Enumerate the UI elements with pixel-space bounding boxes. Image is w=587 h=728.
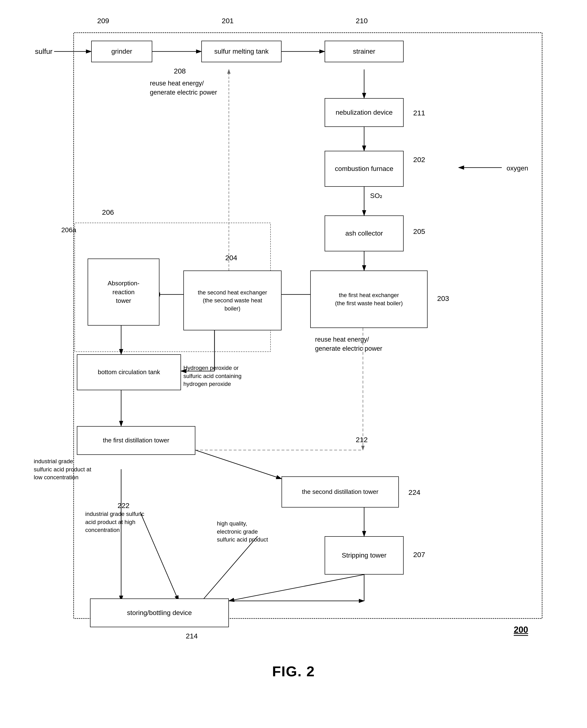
ref-206: 206 bbox=[102, 208, 114, 216]
box-absorption-reaction: Absorption-reactiontower bbox=[88, 259, 160, 326]
box-second-heat-exchanger: the second heat exchanger(the second was… bbox=[183, 271, 282, 330]
box-second-distillation: the second distillation tower bbox=[282, 476, 399, 508]
oxygen-label: oxygen bbox=[507, 164, 528, 172]
ref-207: 207 bbox=[413, 550, 425, 559]
box-bottom-circulation: bottom circulation tank bbox=[77, 354, 181, 390]
ref-202: 202 bbox=[413, 156, 425, 164]
ref-214: 214 bbox=[186, 632, 198, 640]
box-first-distillation: the first distillation tower bbox=[77, 426, 195, 455]
industrial-high-label: industrial grade sulfuricacid product at… bbox=[85, 510, 144, 534]
ref-224: 224 bbox=[408, 488, 420, 496]
hydrogen-peroxide-label: Hydrogen peroxide orsulfuric acid contai… bbox=[183, 364, 241, 388]
reuse-heat-bottom-label: reuse heat energy/generate electric powe… bbox=[315, 335, 382, 353]
box-sulfur-melting-tank: sulfur melting tank bbox=[201, 41, 282, 62]
ref-204: 204 bbox=[225, 254, 237, 262]
ref-212: 212 bbox=[356, 436, 368, 444]
fig-title: FIG. 2 bbox=[9, 663, 578, 680]
box-ash-collector: ash collector bbox=[325, 215, 404, 251]
box-storing-bottling: storing/bottling device bbox=[90, 598, 229, 627]
box-stripping-tower: Stripping tower bbox=[325, 536, 404, 574]
page: 209 201 210 sulfur grinder sulfur meltin… bbox=[0, 0, 587, 728]
box-grinder: grinder bbox=[91, 41, 152, 62]
box-strainer: strainer bbox=[325, 41, 404, 62]
ref-201: 201 bbox=[222, 17, 234, 25]
high-quality-label: high quality,electronic gradesulfuric ac… bbox=[217, 519, 268, 544]
ref-205: 205 bbox=[413, 228, 425, 236]
ref-210: 210 bbox=[356, 17, 368, 25]
ref-203: 203 bbox=[437, 295, 449, 303]
ref-208: 208 bbox=[174, 67, 186, 75]
box-nebulization: nebulization device bbox=[325, 98, 404, 127]
sulfur-label: sulfur bbox=[35, 47, 52, 56]
reuse-heat-top-label: reuse heat energy/generate electric powe… bbox=[150, 79, 217, 97]
ref-211: 211 bbox=[413, 109, 425, 117]
diagram-container: 209 201 210 sulfur grinder sulfur meltin… bbox=[30, 9, 557, 656]
box-combustion-furnace: combustion furnace bbox=[325, 151, 404, 187]
ref-200: 200 bbox=[514, 625, 528, 635]
ref-209: 209 bbox=[97, 17, 109, 25]
box-first-heat-exchanger: the first heat exchanger(the first waste… bbox=[310, 271, 427, 328]
industrial-low-label: industrial gradesulfuric acid product at… bbox=[34, 457, 91, 482]
ref-222: 222 bbox=[118, 501, 130, 510]
so2-label: SO₂ bbox=[370, 191, 382, 200]
ref-206a: 206a bbox=[61, 226, 76, 234]
